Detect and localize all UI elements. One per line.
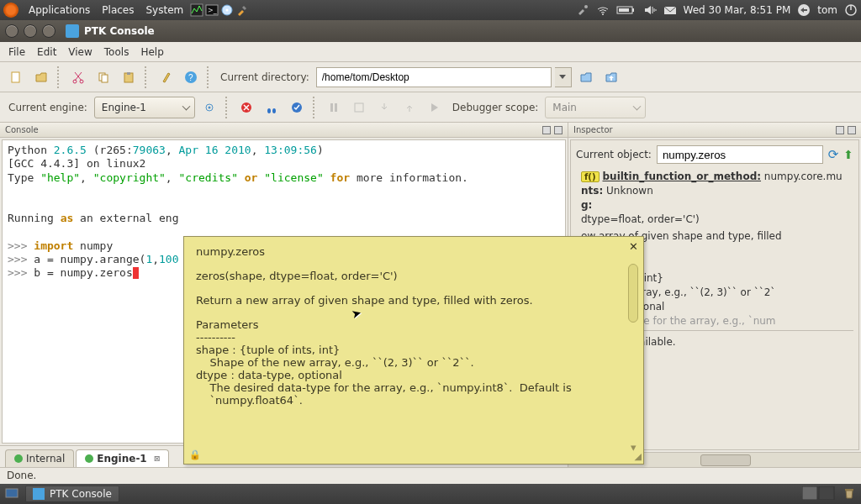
debug-continue-button[interactable] [424, 97, 446, 118]
mail-icon[interactable] [663, 3, 677, 17]
browse-folder-button[interactable] [575, 66, 597, 88]
debug-stepout-button[interactable] [399, 97, 420, 118]
menu-view[interactable]: View [63, 45, 97, 60]
tab-close-icon[interactable]: ⊠ [154, 454, 161, 463]
up-icon[interactable]: ⬆ [843, 148, 853, 161]
svg-rect-8 [632, 8, 634, 12]
disc-applet-icon[interactable] [220, 3, 234, 17]
svg-point-4 [226, 9, 229, 12]
t: 79063 [133, 144, 166, 156]
wifi-icon[interactable] [596, 3, 610, 17]
volume-icon[interactable] [643, 3, 657, 17]
svg-point-6 [602, 13, 604, 15]
panel-minimize-icon[interactable] [836, 126, 844, 134]
scrollbar-thumb[interactable] [700, 454, 751, 466]
calltip-close-button[interactable]: ✕ [629, 240, 638, 253]
user-switch-icon[interactable] [797, 3, 811, 17]
svg-rect-24 [127, 72, 130, 75]
svg-point-31 [272, 108, 276, 113]
show-desktop-icon[interactable] [5, 486, 18, 502]
t: , [251, 144, 265, 156]
panel-maximize-icon[interactable] [554, 126, 563, 134]
debug-pause-button[interactable] [323, 97, 345, 118]
engine-combo-value: Engine-1 [102, 102, 146, 113]
gnome-menu-system[interactable]: System [140, 4, 188, 16]
tools-applet-icon[interactable] [235, 3, 249, 17]
help-button[interactable]: ? [180, 66, 202, 88]
debug-stepover-button[interactable] [348, 97, 370, 118]
current-directory-input[interactable] [316, 67, 552, 87]
username[interactable]: tom [817, 4, 837, 16]
args-value: Unknown [606, 185, 653, 197]
t: "copyright" [93, 171, 166, 184]
gnome-menu-places[interactable]: Places [97, 4, 139, 16]
t: "credits" [179, 171, 238, 184]
gnome-top-panel: Applications Places System >_ Wed 30 Mar… [0, 0, 861, 20]
toolbar-separator [145, 66, 150, 88]
open-button[interactable] [30, 66, 52, 88]
window-minimize-button[interactable] [24, 24, 37, 38]
copy-button[interactable] [92, 66, 114, 88]
svg-rect-34 [335, 103, 337, 112]
ubuntu-logo-icon[interactable] [3, 3, 18, 18]
svg-rect-22 [102, 75, 108, 82]
cut-button[interactable] [67, 66, 89, 88]
power-icon[interactable] [844, 3, 858, 17]
refresh-icon[interactable]: ⟳ [828, 147, 839, 162]
terminal-applet-icon[interactable]: >_ [205, 3, 219, 17]
t: a = numpy.arange( [34, 253, 145, 265]
type-heading: builtin_function_or_method: [603, 171, 762, 182]
paste-button[interactable] [118, 66, 140, 88]
t: import [34, 239, 73, 252]
window-title: PTK Console [84, 25, 155, 37]
window-close-button[interactable] [5, 24, 18, 38]
sysmon-applet-icon[interactable] [190, 3, 203, 17]
menu-edit[interactable]: Edit [32, 45, 61, 60]
menu-tools[interactable]: Tools [99, 45, 135, 60]
scope-combo[interactable]: Main [545, 97, 646, 118]
svg-rect-39 [819, 486, 834, 500]
svg-rect-9 [619, 8, 629, 12]
menu-help[interactable]: Help [135, 45, 168, 60]
gnome-menu-applications[interactable]: Applications [24, 4, 95, 16]
tab-internal[interactable]: Internal [5, 449, 74, 467]
run-button[interactable] [286, 97, 308, 118]
status-dot-icon [14, 454, 23, 463]
lock-icon[interactable]: 🔒 [189, 449, 201, 460]
panel-minimize-icon[interactable] [542, 126, 551, 134]
battery-icon[interactable] [616, 3, 637, 17]
tab-label: Engine-1 [97, 453, 146, 465]
clock[interactable]: Wed 30 Mar, 8:51 PM [684, 4, 791, 16]
scrollbar-thumb[interactable] [628, 264, 638, 323]
status-dot-icon [85, 454, 93, 463]
toolbar-separator [225, 97, 230, 118]
svg-text:>_: >_ [208, 7, 218, 14]
window-maximize-button[interactable] [42, 24, 55, 38]
current-object-input[interactable] [657, 145, 823, 164]
window-titlebar[interactable]: PTK Console [0, 20, 861, 42]
tool-tray-icon[interactable] [576, 3, 589, 17]
panel-close-icon[interactable] [848, 126, 856, 134]
folder-up-button[interactable] [600, 66, 622, 88]
resize-grip-icon[interactable]: ◢ [635, 451, 642, 462]
t: b = numpy.zeros [34, 266, 132, 279]
svg-point-28 [208, 106, 210, 108]
svg-point-30 [267, 108, 271, 113]
new-button[interactable] [5, 66, 27, 88]
function-badge-icon: f() [581, 171, 600, 182]
calltip-scrollbar[interactable]: ▾ [628, 255, 640, 445]
menu-file[interactable]: File [3, 45, 30, 60]
trash-icon[interactable] [843, 486, 856, 502]
debug-step-button[interactable] [261, 97, 283, 118]
clear-button[interactable] [155, 66, 177, 88]
taskbar-app-button[interactable]: PTK Console [25, 486, 119, 502]
stop-button[interactable] [235, 97, 257, 118]
tab-engine1[interactable]: Engine-1⊠ [76, 449, 169, 467]
directory-dropdown-button[interactable] [555, 67, 572, 87]
t: , [152, 253, 159, 265]
engine-combo[interactable]: Engine-1 [94, 97, 195, 118]
debug-stepinto-button[interactable] [373, 97, 395, 118]
workspace-switcher[interactable] [802, 486, 836, 502]
t: [GCC 4.4.3] on linux2 [8, 157, 145, 170]
engine-settings-button[interactable] [198, 97, 220, 118]
